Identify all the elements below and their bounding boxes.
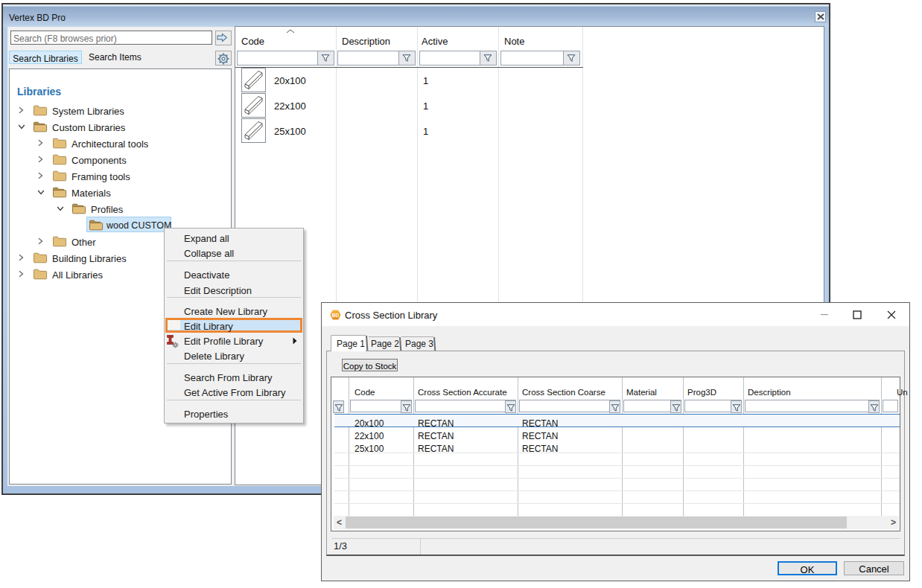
- svg-text:BD: BD: [332, 313, 340, 318]
